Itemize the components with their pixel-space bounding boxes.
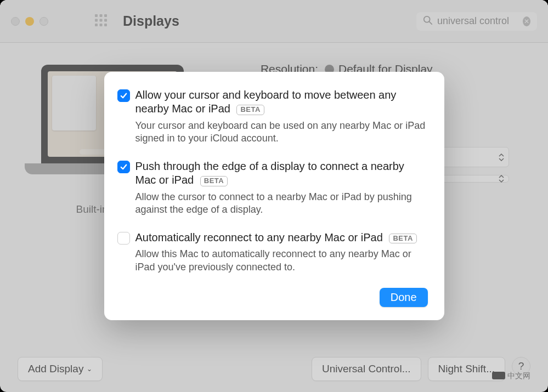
- select-chevrons-icon: [499, 175, 504, 183]
- option-title-text: Push through the edge of a display to co…: [135, 160, 404, 186]
- search-clear-button[interactable]: ✕: [523, 16, 530, 26]
- svg-rect-6: [95, 24, 98, 26]
- option-desc: Your cursor and keyboard can be used on …: [135, 120, 428, 145]
- watermark: 中文网: [492, 371, 530, 381]
- add-display-label: Add Display: [28, 363, 83, 375]
- svg-rect-8: [104, 24, 107, 26]
- option-content: Push through the edge of a display to co…: [135, 160, 428, 217]
- beta-badge: BETA: [200, 176, 228, 186]
- svg-point-9: [424, 16, 430, 22]
- option-row-auto-reconnect: Automatically reconnect to any nearby Ma…: [117, 231, 428, 274]
- option-desc: Allow the cursor to connect to a nearby …: [135, 191, 428, 217]
- option-content: Allow your cursor and keyboard to move b…: [135, 88, 428, 145]
- option-title-text: Allow your cursor and keyboard to move b…: [135, 89, 397, 115]
- maximize-window-button[interactable]: [39, 17, 48, 26]
- footer: Add Display ⌄ Universal Control... Night…: [0, 346, 548, 392]
- option-title: Push through the edge of a display to co…: [135, 160, 428, 188]
- beta-badge: BETA: [236, 105, 264, 115]
- option-row-allow-cursor: Allow your cursor and keyboard to move b…: [117, 88, 428, 145]
- svg-rect-1: [100, 14, 103, 17]
- watermark-text: 中文网: [507, 371, 530, 380]
- checkbox-push-through[interactable]: [117, 161, 130, 173]
- search-box[interactable]: ✕: [416, 12, 537, 31]
- option-title: Allow your cursor and keyboard to move b…: [135, 88, 428, 116]
- option-title-text: Automatically reconnect to any nearby Ma…: [135, 231, 383, 243]
- checkbox-allow-cursor[interactable]: [117, 89, 130, 102]
- dialog-footer: Done: [117, 288, 428, 307]
- svg-rect-2: [104, 14, 107, 17]
- laptop-screen-window: [52, 76, 96, 130]
- svg-line-10: [430, 21, 432, 24]
- universal-control-button[interactable]: Universal Control...: [312, 357, 421, 381]
- svg-rect-3: [95, 19, 98, 21]
- close-window-button[interactable]: [11, 17, 20, 26]
- watermark-logo: [492, 372, 505, 379]
- svg-rect-5: [104, 19, 107, 21]
- search-input[interactable]: [437, 15, 519, 27]
- done-button[interactable]: Done: [380, 288, 428, 307]
- option-content: Automatically reconnect to any nearby Ma…: [135, 231, 428, 274]
- page-title: Displays: [123, 13, 179, 29]
- nav-buttons-group: [70, 16, 81, 26]
- svg-rect-7: [100, 24, 103, 26]
- minimize-window-button[interactable]: [25, 17, 34, 26]
- traffic-lights: [11, 17, 48, 26]
- chevron-down-icon: ⌄: [87, 365, 92, 373]
- beta-badge: BETA: [389, 234, 416, 244]
- svg-rect-4: [100, 19, 103, 21]
- search-icon: [423, 15, 433, 27]
- select-chevrons-icon: [499, 154, 504, 161]
- show-all-prefs-button[interactable]: [94, 14, 108, 29]
- add-display-button[interactable]: Add Display ⌄: [18, 357, 103, 381]
- svg-rect-0: [95, 14, 98, 17]
- option-row-push-through: Push through the edge of a display to co…: [117, 160, 428, 217]
- window: Displays ✕ Si Built-in Liquid R: [0, 0, 548, 392]
- checkbox-auto-reconnect[interactable]: [117, 232, 130, 245]
- titlebar: Displays ✕: [0, 0, 548, 43]
- universal-control-dialog: Allow your cursor and keyboard to move b…: [104, 72, 444, 320]
- option-title: Automatically reconnect to any nearby Ma…: [135, 231, 428, 245]
- option-desc: Allow this Mac to automatically reconnec…: [135, 248, 428, 274]
